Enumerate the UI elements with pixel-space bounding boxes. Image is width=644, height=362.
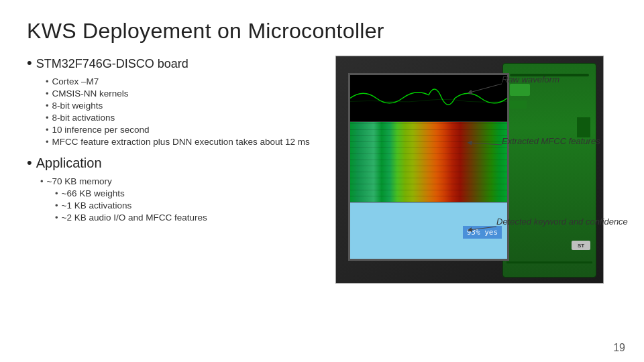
slide-title: KWS Deployement on Microcontoller <box>27 19 617 44</box>
bullet1: • <box>27 56 32 70</box>
list-item: ~1 KB activations <box>55 199 329 211</box>
list-item: 8-bit weights <box>46 99 329 111</box>
section2-header: • Application <box>27 156 329 171</box>
list-item: MFCC feature extraction plus DNN executi… <box>46 135 329 147</box>
left-column: • STM32F746G-DISCO board Cortex –M7 CMSI… <box>27 56 335 284</box>
right-column: ST <box>335 56 617 284</box>
pcb-board: ST <box>502 63 596 278</box>
content-area: • STM32F746G-DISCO board Cortex –M7 CMSI… <box>27 56 617 284</box>
section2-label: Application <box>36 156 102 171</box>
list-item: CMSIS-NN kernels <box>46 87 329 99</box>
board-image: ST <box>335 56 604 284</box>
list-item: 8-bit activations <box>46 111 329 123</box>
mfcc-section <box>350 122 507 202</box>
mfcc-label: Extracted MFCC features <box>502 136 600 146</box>
section2-memory-list: ~70 KB memory ~66 KB weights ~1 KB activ… <box>40 175 329 223</box>
list-item: 10 inference per second <box>46 123 329 135</box>
confidence-section: 93% yes <box>350 202 507 261</box>
bullet2: • <box>27 156 32 170</box>
waveform-section <box>350 75 507 122</box>
slide: KWS Deployement on Microcontoller • STM3… <box>0 0 644 362</box>
section1-header: • STM32F746G-DISCO board <box>27 56 329 71</box>
confidence-badge: 93% yes <box>463 226 502 239</box>
section1-list: Cortex –M7 CMSIS-NN kernels 8-bit weight… <box>46 75 329 147</box>
list-item: ~66 KB weights <box>55 187 329 199</box>
section1-label: STM32F746G-DISCO board <box>36 57 189 71</box>
list-item: ~2 KB audio I/O and MFCC features <box>55 211 329 223</box>
section2: • Application ~70 KB memory ~66 KB weigh… <box>27 156 329 223</box>
list-item: Cortex –M7 <box>46 75 329 87</box>
image-wrapper: ST <box>335 56 617 284</box>
page-number: 19 <box>613 342 625 354</box>
board-body: ST <box>336 56 603 283</box>
list-item: ~70 KB memory <box>40 175 329 187</box>
raw-waveform-label: Raw waveform <box>502 74 559 84</box>
detected-label: Detected keyword and confidence <box>496 217 628 227</box>
lcd-screen: 93% yes <box>348 73 509 261</box>
